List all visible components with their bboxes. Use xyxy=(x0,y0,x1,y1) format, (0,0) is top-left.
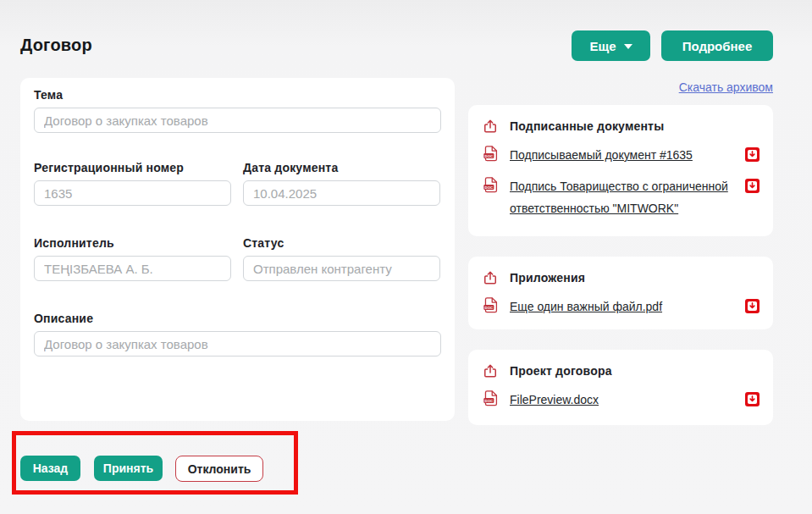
file-row: DOC FilePreview.docx xyxy=(482,390,760,412)
doc-date-input[interactable] xyxy=(243,180,440,206)
more-button-label: Еще xyxy=(589,39,616,53)
upload-icon xyxy=(482,362,499,380)
accept-button[interactable]: Принять xyxy=(94,456,163,481)
attachments-card: Приложения DOC Еще один важный файл.pdf xyxy=(468,257,773,329)
description-input[interactable] xyxy=(34,331,441,356)
file-row: DOC Подписываемый документ #1635 xyxy=(482,145,760,167)
signature-document-link[interactable]: Подпись Товарищество с ограниченной отве… xyxy=(510,176,734,220)
chevron-down-icon xyxy=(624,44,632,49)
contract-form-card: Тема Регистрационный номер Дата документ… xyxy=(20,78,455,421)
download-icon[interactable] xyxy=(745,392,760,406)
contract-draft-title: Проект договора xyxy=(510,364,612,378)
executor-input[interactable] xyxy=(34,256,231,281)
download-arrow-icon xyxy=(748,395,757,404)
reg-number-input[interactable] xyxy=(34,180,231,206)
doc-file-icon: DOC xyxy=(482,176,499,194)
file-row: DOC Еще один важный файл.pdf xyxy=(482,296,760,318)
download-icon[interactable] xyxy=(745,147,760,162)
back-button[interactable]: Назад xyxy=(20,456,80,481)
field-label-reg-number: Регистрационный номер xyxy=(34,161,231,174)
details-button[interactable]: Подробнее xyxy=(661,30,773,61)
back-button-label: Назад xyxy=(33,461,69,475)
field-label-status: Статус xyxy=(243,236,440,250)
subject-input[interactable] xyxy=(34,108,441,133)
upload-icon xyxy=(482,268,499,287)
doc-file-icon: DOC xyxy=(482,296,499,314)
download-arrow-icon xyxy=(748,181,757,191)
decline-button[interactable]: Отклонить xyxy=(175,456,263,482)
svg-text:DOC: DOC xyxy=(484,306,493,310)
doc-file-icon: DOC xyxy=(482,145,499,163)
download-arrow-icon xyxy=(748,301,757,311)
signed-documents-title: Подписанные документы xyxy=(510,119,664,133)
status-input[interactable] xyxy=(243,256,440,281)
file-row: DOC Подпись Товарищество с ограниченной … xyxy=(482,176,760,220)
field-label-doc-date: Дата документа xyxy=(243,161,440,174)
download-archive-link[interactable]: Скачать архивом xyxy=(679,80,773,94)
signed-documents-card: Подписанные документы DOC Подписываемый … xyxy=(468,105,773,236)
attachments-title: Приложения xyxy=(510,271,585,285)
svg-text:DOC: DOC xyxy=(484,185,493,190)
field-label-executor: Исполнитель xyxy=(34,236,231,250)
more-button[interactable]: Еще xyxy=(572,30,650,61)
field-label-subject: Тема xyxy=(34,88,441,102)
download-icon[interactable] xyxy=(745,299,760,313)
svg-text:DOC: DOC xyxy=(484,154,493,158)
draft-file-link[interactable]: FilePreview.docx xyxy=(510,390,734,412)
doc-file-icon: DOC xyxy=(482,390,499,407)
accept-button-label: Принять xyxy=(103,461,153,475)
svg-text:DOC: DOC xyxy=(484,399,493,403)
download-arrow-icon xyxy=(748,150,757,159)
upload-icon xyxy=(482,117,499,135)
download-icon[interactable] xyxy=(745,179,760,193)
page-title: Договор xyxy=(20,36,92,55)
field-label-description: Описание xyxy=(34,312,441,325)
signed-document-link[interactable]: Подписываемый документ #1635 xyxy=(510,145,734,167)
details-button-label: Подробнее xyxy=(682,39,753,53)
contract-draft-card: Проект договора DOC FilePreview.docx xyxy=(468,350,773,425)
attachment-file-link[interactable]: Еще один важный файл.pdf xyxy=(510,296,734,318)
